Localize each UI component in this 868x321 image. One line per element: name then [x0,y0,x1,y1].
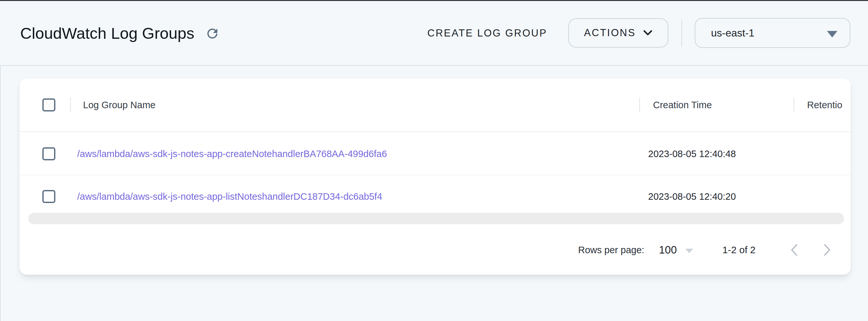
row-checkbox[interactable] [42,147,55,160]
actions-button-label: ACTIONS [584,27,636,39]
next-page-button[interactable] [820,241,834,258]
log-groups-card: Log Group Name Creation Time Retentio /a… [20,79,851,275]
triangle-down-icon[interactable] [685,249,693,253]
region-select-value: us-east-1 [711,27,754,39]
creation-time-value: 2023-08-05 12:40:48 [648,148,736,159]
column-separator [639,97,640,112]
column-header-creation-time[interactable]: Creation Time [653,100,712,111]
table-footer: Rows per page: 100 1-2 of 2 [20,225,851,275]
horizontal-scrollbar [20,211,851,225]
page-title: CloudWatch Log Groups [20,1,194,65]
column-header-log-group-name[interactable]: Log Group Name [83,100,155,111]
chevron-right-icon [823,243,832,257]
table-row: /aws/lambda/aws-sdk-js-notes-app-listNot… [20,176,851,217]
rows-per-page-select[interactable]: 100 [659,244,677,256]
header-divider [681,20,682,47]
row-checkbox[interactable] [42,190,55,203]
rows-per-page-label: Rows per page: [578,245,644,256]
pagination-range-label: 1-2 of 2 [722,244,756,256]
select-all-checkbox[interactable] [42,98,55,112]
region-select[interactable]: us-east-1 [695,18,850,48]
table-header-row: Log Group Name Creation Time Retentio [20,79,851,132]
log-group-link[interactable]: /aws/lambda/aws-sdk-js-notes-app-listNot… [77,191,382,202]
previous-page-button[interactable] [787,241,801,258]
column-separator [70,97,71,112]
table-row: /aws/lambda/aws-sdk-js-notes-app-createN… [20,133,851,175]
chevron-down-icon [643,30,653,36]
create-log-group-button[interactable]: CREATE LOG GROUP [419,1,556,65]
column-header-retention[interactable]: Retentio [807,100,842,111]
column-separator [794,97,795,112]
actions-button[interactable]: ACTIONS [568,18,668,48]
refresh-icon [205,26,220,41]
log-group-link[interactable]: /aws/lambda/aws-sdk-js-notes-app-createN… [77,148,387,159]
triangle-down-icon [827,31,837,37]
horizontal-scrollbar-thumb[interactable] [28,213,844,224]
refresh-button[interactable] [204,25,221,42]
cloudwatch-log-groups-screen: CloudWatch Log Groups CREATE LOG GROUP A… [0,0,868,321]
creation-time-value: 2023-08-05 12:40:20 [648,191,736,202]
page-header: CloudWatch Log Groups CREATE LOG GROUP A… [0,1,868,66]
chevron-left-icon [790,243,798,257]
